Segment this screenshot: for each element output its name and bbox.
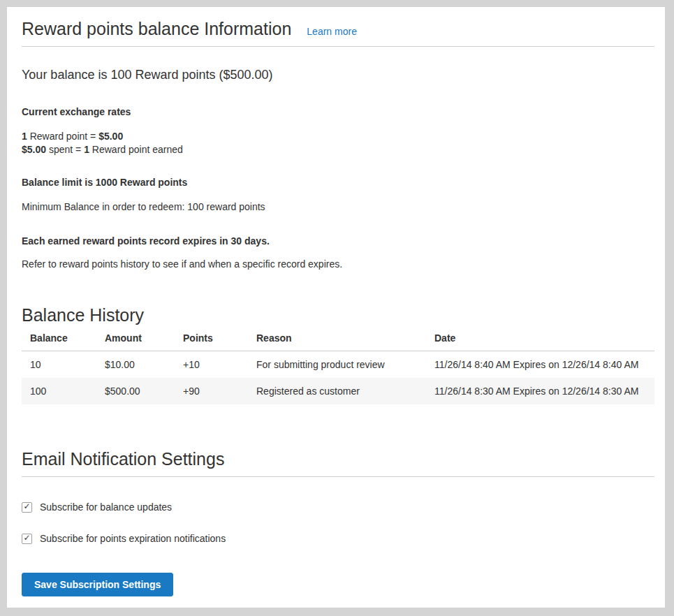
cell-date: 11/26/14 8:30 AM Expires on 12/26/14 8:3… xyxy=(426,378,654,404)
page-title: Reward points balance Information xyxy=(22,18,291,39)
reward-points-card: Reward points balance Information Learn … xyxy=(7,7,665,608)
exchange-rates-heading: Current exchange rates xyxy=(22,105,654,119)
cell-reason: Registered as customer xyxy=(248,378,426,404)
exchange-rate-earn-ratio: 1 Reward point = $5.00 xyxy=(22,130,654,143)
table-row: 10 $10.00 +10 For submitting product rev… xyxy=(22,351,654,379)
check-icon: ✓ xyxy=(23,534,30,542)
exchange-rate-spend-ratio: $5.00 spent = 1 Reward point earned xyxy=(22,143,654,156)
expiration-note: Refer to reward points history to see if… xyxy=(22,258,654,271)
cell-reason: For submitting product review xyxy=(248,351,426,379)
column-header-amount: Amount xyxy=(96,325,175,351)
subscribe-balance-option: ✓ Subscribe for balance updates xyxy=(22,501,654,513)
column-header-balance: Balance xyxy=(22,325,96,351)
cell-balance: 10 xyxy=(22,351,96,379)
cell-amount: $10.00 xyxy=(96,351,175,379)
page-header: Reward points balance Information Learn … xyxy=(22,18,654,39)
check-icon: ✓ xyxy=(23,502,30,511)
subscribe-balance-label[interactable]: Subscribe for balance updates xyxy=(40,501,172,513)
email-notification-divider xyxy=(22,476,654,477)
cell-points: +90 xyxy=(175,378,248,404)
column-header-reason: Reason xyxy=(248,325,426,351)
subscribe-expiration-option: ✓ Subscribe for points expiration notifi… xyxy=(22,533,654,544)
column-header-points: Points xyxy=(175,325,248,351)
balance-limit: Balance limit is 1000 Reward points xyxy=(22,176,654,189)
cell-date: 11/26/14 8:40 AM Expires on 12/26/14 8:4… xyxy=(426,351,654,379)
email-notification-heading: Email Notification Settings xyxy=(22,448,654,469)
minimum-balance: Minimum Balance in order to redeem: 100 … xyxy=(22,200,654,214)
table-row: 100 $500.00 +90 Registered as customer 1… xyxy=(22,378,654,404)
subscribe-expiration-label[interactable]: Subscribe for points expiration notifica… xyxy=(40,533,226,544)
subscribe-expiration-checkbox[interactable]: ✓ xyxy=(22,534,32,544)
expiration-rule: Each earned reward points record expires… xyxy=(22,235,654,248)
balance-summary: Your balance is 100 Reward points ($500.… xyxy=(22,66,654,83)
cell-balance: 100 xyxy=(22,378,96,404)
header-divider xyxy=(22,46,654,47)
save-subscription-button[interactable]: Save Subscription Settings xyxy=(22,573,173,596)
exchange-rates: 1 Reward point = $5.00 $5.00 spent = 1 R… xyxy=(22,130,654,156)
cell-amount: $500.00 xyxy=(96,378,175,404)
learn-more-link[interactable]: Learn more xyxy=(307,26,357,37)
balance-history-heading: Balance History xyxy=(22,305,654,325)
balance-history-table: Balance Amount Points Reason Date 10 $10… xyxy=(22,325,654,404)
column-header-date: Date xyxy=(426,325,654,351)
subscribe-balance-checkbox[interactable]: ✓ xyxy=(22,502,32,513)
table-header-row: Balance Amount Points Reason Date xyxy=(22,325,654,351)
cell-points: +10 xyxy=(175,351,248,379)
